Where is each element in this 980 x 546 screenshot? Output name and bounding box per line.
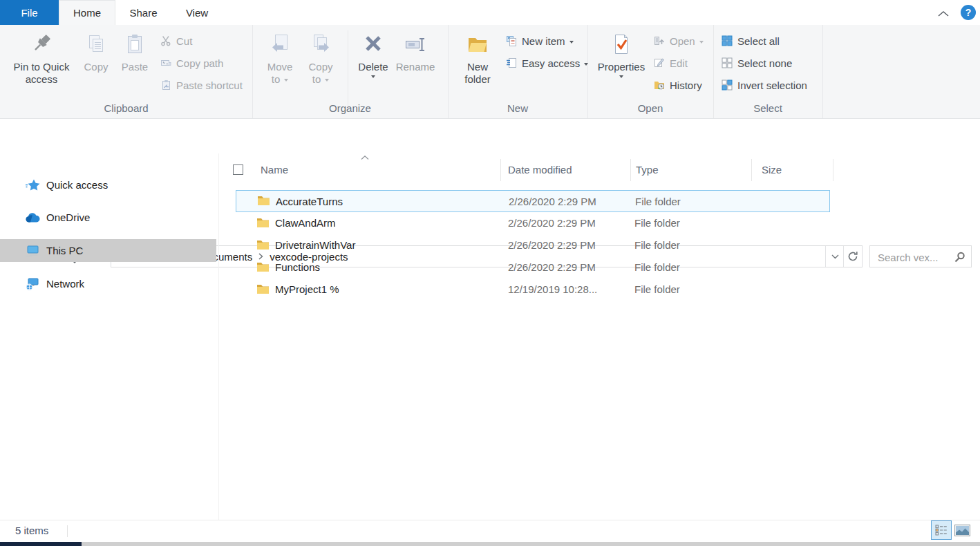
file-type: File folder xyxy=(634,279,680,300)
copy-button[interactable]: Copy xyxy=(79,33,113,73)
details-view-button[interactable] xyxy=(931,520,952,540)
sidebar-item-this-pc[interactable]: This PC xyxy=(0,239,216,262)
column-header-type-label: Type xyxy=(636,164,659,176)
select-all-icon xyxy=(722,35,733,46)
history-icon xyxy=(654,79,665,91)
help-icon[interactable]: ? xyxy=(961,5,976,20)
move-to-button[interactable]: Move to xyxy=(263,33,296,86)
copy-label: Copy xyxy=(79,61,113,73)
tab-home[interactable]: Home xyxy=(59,0,115,25)
column-header-size[interactable]: Size xyxy=(762,158,782,182)
invert-selection-button[interactable]: Invert selection xyxy=(722,76,807,94)
column-header-type[interactable]: Type xyxy=(636,158,659,182)
edit-button[interactable]: Edit xyxy=(654,54,688,72)
file-date-modified: 2/26/2020 2:29 PM xyxy=(508,212,596,234)
cut-button[interactable]: Cut xyxy=(160,32,192,50)
new-folder-label: New folder xyxy=(456,61,499,86)
properties-icon xyxy=(610,33,632,55)
column-header-name[interactable]: Name xyxy=(261,158,288,182)
tab-home-label: Home xyxy=(73,7,101,19)
delete-button[interactable]: Delete xyxy=(354,33,393,78)
file-row-drivetrainwithvar[interactable]: DrivetrainWithVar 2/26/2020 2:29 PM File… xyxy=(236,234,830,256)
folder-icon xyxy=(256,261,270,274)
ribbon-group-open: Properties Open Edit xyxy=(587,25,714,118)
file-row-myproject1[interactable]: MyProject1 % 12/19/2019 10:28... File fo… xyxy=(236,279,830,301)
tab-share[interactable]: Share xyxy=(115,0,171,25)
move-to-icon xyxy=(269,33,291,55)
select-none-icon xyxy=(722,57,733,68)
search-icon[interactable] xyxy=(954,252,965,263)
select-all-button[interactable]: Select all xyxy=(722,32,780,50)
copy-to-label: Copy to xyxy=(304,61,337,86)
column-header-date-modified[interactable]: Date modified xyxy=(508,158,572,182)
column-separator[interactable] xyxy=(500,159,501,181)
copy-to-button[interactable]: Copy to xyxy=(304,33,337,86)
file-type: File folder xyxy=(635,191,681,212)
column-separator[interactable] xyxy=(751,159,752,181)
tab-file[interactable]: File xyxy=(0,0,59,25)
large-icons-view-button[interactable] xyxy=(954,525,970,536)
item-count: 5 items xyxy=(15,520,48,541)
file-date-modified: 2/26/2020 2:29 PM xyxy=(509,191,596,212)
status-divider xyxy=(67,525,68,537)
file-row-functions[interactable]: Functions 2/26/2020 2:29 PM File folder xyxy=(236,256,830,279)
tab-view[interactable]: View xyxy=(171,0,223,25)
ribbon-group-clipboard: Pin to Quick access Copy Paste xyxy=(0,25,253,118)
group-label-organize: Organize xyxy=(252,102,448,114)
pin-to-quick-access-button[interactable]: Pin to Quick access xyxy=(8,33,75,86)
new-item-button[interactable]: New item xyxy=(506,32,574,50)
delete-label: Delete xyxy=(354,61,393,73)
new-item-label: New item xyxy=(522,35,574,47)
delete-dropdown-caret-icon[interactable] xyxy=(371,75,375,78)
open-button[interactable]: Open xyxy=(654,32,704,50)
new-folder-icon xyxy=(467,33,489,55)
paste-shortcut-button[interactable]: Paste shortcut xyxy=(160,76,243,94)
sidebar-item-onedrive[interactable]: OneDrive xyxy=(0,206,216,229)
cut-icon xyxy=(160,35,171,46)
file-explorer-window: File Home Share View ? Pin to Quick acce… xyxy=(0,0,980,546)
easy-access-icon xyxy=(506,57,517,68)
thumbnail-view-icon xyxy=(954,525,970,536)
properties-button[interactable]: Properties xyxy=(594,33,648,78)
sidebar-item-network[interactable]: Network xyxy=(0,272,216,295)
edit-icon xyxy=(654,57,665,68)
column-separator[interactable] xyxy=(833,159,833,181)
sidebar-this-pc-label: This PC xyxy=(46,245,83,256)
invert-selection-label: Invert selection xyxy=(737,79,807,91)
folder-icon xyxy=(256,283,270,296)
paste-label: Paste xyxy=(116,61,153,73)
edit-label: Edit xyxy=(670,57,688,69)
easy-access-button[interactable]: Easy access xyxy=(506,54,588,72)
copy-path-label: Copy path xyxy=(176,57,223,69)
file-name: ClawAndArm xyxy=(275,212,336,234)
history-label: History xyxy=(670,79,702,91)
copy-path-button[interactable]: Copy path xyxy=(160,54,223,72)
delete-icon xyxy=(362,33,384,55)
paste-button[interactable]: Paste xyxy=(116,33,153,73)
column-separator[interactable] xyxy=(630,159,631,181)
file-name: MyProject1 % xyxy=(275,279,339,300)
invert-selection-icon xyxy=(722,79,733,91)
tab-file-label: File xyxy=(21,7,37,19)
open-label: Open xyxy=(670,35,704,47)
select-all-checkbox[interactable] xyxy=(233,164,243,175)
sidebar-network-label: Network xyxy=(46,278,84,290)
new-folder-button[interactable]: New folder xyxy=(456,33,499,86)
file-name: DrivetrainWithVar xyxy=(275,234,355,256)
search-input[interactable] xyxy=(876,247,954,267)
file-row-clawandarm[interactable]: ClawAndArm 2/26/2020 2:29 PM File folder xyxy=(236,212,830,234)
file-row-accurateturns[interactable]: AccurateTurns 2/26/2020 2:29 PM File fol… xyxy=(236,190,830,212)
rename-button[interactable]: Rename xyxy=(388,33,442,73)
minimize-ribbon-chevron-icon[interactable] xyxy=(937,8,950,17)
folder-icon xyxy=(256,217,270,230)
refresh-button[interactable] xyxy=(843,246,862,267)
rename-label: Rename xyxy=(388,61,442,73)
sidebar-item-quick-access[interactable]: Quick access xyxy=(0,173,216,196)
properties-dropdown-caret-icon[interactable] xyxy=(619,75,623,78)
help-glyph: ? xyxy=(965,7,972,18)
history-button[interactable]: History xyxy=(654,76,702,94)
paste-shortcut-icon xyxy=(160,79,171,91)
tab-view-label: View xyxy=(186,7,208,19)
taskbar-edge xyxy=(0,542,82,546)
select-none-button[interactable]: Select none xyxy=(722,54,792,72)
